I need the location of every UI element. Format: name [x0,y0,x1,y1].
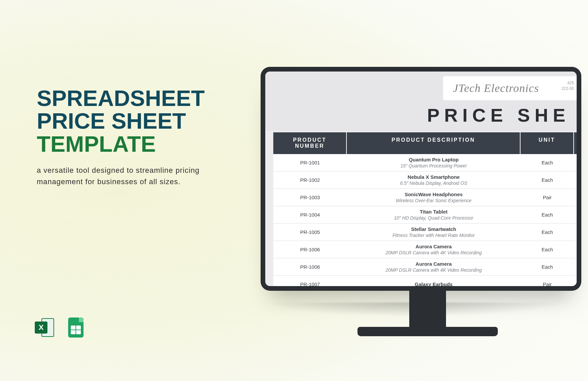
table-row: PR-1007Galaxy EarbudsPair$ [273,276,577,286]
price-table: PRODUCT NUMBER PRODUCT DESCRIPTION UNIT … [273,132,577,286]
table-row: PR-1006Aurora Camera20MP DSLR Camera wit… [273,258,577,276]
product-subtitle: 6.5" Nebula Display, Android OS [350,180,517,186]
col-product-number-l1: PRODUCT [277,137,343,143]
cell-price: $ [574,261,577,272]
cell-product-number: PR-1006 [273,261,347,272]
table-row: PR-1001Quantum Pro Laptop15" Quantum Pro… [273,154,577,171]
table-row: PR-1005Stellar SmartwatchFitness Tracker… [273,224,577,241]
col-product-number-l2: NUMBER [277,143,343,149]
cell-price: $ [574,157,577,168]
monitor-bezel: JTech Electronics 425 222-55 PRICE SHE P… [261,67,581,291]
promo-card: Spreadsheet Price Sheet Template a versa… [0,0,588,381]
table-row: PR-1002Nebula X Smartphone6.5" Nebula Di… [273,171,577,189]
product-name: SonicWave Headphones [350,192,517,197]
col-unit: UNIT [521,132,574,154]
product-subtitle: Fitness Tracker with Heart Rate Monitor [350,233,517,238]
hero-title-line-3: Template [37,133,207,155]
col-price [574,132,577,154]
cell-product-number: PR-1002 [273,174,347,185]
cell-product-number: PR-1005 [273,227,347,238]
company-card: JTech Electronics 425 222-55 [443,76,577,100]
cell-unit: Each [521,174,574,185]
table-row: PR-1004Titan Tablet10" HD Display, Quad-… [273,206,577,224]
hero-title-line-2: Price Sheet [37,110,207,132]
cell-price: $ [574,174,577,185]
cell-price: $ [574,209,577,220]
table-row: PR-1006Aurora Camera20MP DSLR Camera wit… [273,241,577,258]
cell-price: $ [574,244,577,255]
cell-description: SonicWave HeadphonesWireless Over-Ear So… [347,189,521,206]
cell-description: Titan Tablet10" HD Display, Quad-Core Pr… [347,206,521,223]
google-sheets-icon [65,317,87,338]
hero-title: Spreadsheet Price Sheet Template [37,87,207,155]
table-body: PR-1001Quantum Pro Laptop15" Quantum Pro… [273,154,577,286]
cell-description: Nebula X Smartphone6.5" Nebula Display, … [347,171,521,188]
cell-unit: Each [521,261,574,272]
table-row: PR-1003SonicWave HeadphonesWireless Over… [273,189,577,206]
monitor-stand-base [357,327,498,336]
cell-unit: Each [521,157,574,168]
cell-unit: Each [521,227,574,238]
monitor-stand-neck [409,288,446,328]
monitor-screen: JTech Electronics 425 222-55 PRICE SHE P… [265,72,577,286]
product-name: Nebula X Smartphone [350,174,517,180]
product-subtitle: 20MP DSLR Camera with 4K Video Recording [350,250,517,255]
monitor-mockup: JTech Electronics 425 222-55 PRICE SHE P… [261,67,588,336]
col-description: PRODUCT DESCRIPTION [347,132,521,154]
format-icons: X [35,317,87,338]
cell-unit: Each [521,244,574,255]
cell-price: $ [574,227,577,238]
cell-price: $ [574,279,577,286]
product-name: Titan Tablet [350,209,517,215]
cell-unit: Each [521,209,574,220]
product-subtitle: 20MP DSLR Camera with 4K Video Recording [350,267,517,273]
product-name: Galaxy Earbuds [350,281,517,286]
hero-subtitle: a versatile tool designed to streamline … [37,165,204,187]
excel-badge: X [35,322,47,334]
product-name: Stellar Smartwatch [350,226,517,232]
cell-product-number: PR-1001 [273,157,347,168]
cell-product-number: PR-1006 [273,244,347,255]
cell-unit: Pair [521,192,574,203]
company-contact-line-1: 425 [562,80,574,86]
sheet-title: PRICE SHE [427,104,570,126]
cell-product-number: PR-1003 [273,192,347,203]
product-subtitle: Wireless Over-Ear Sonic Experience [350,198,517,203]
cell-product-number: PR-1007 [273,279,347,286]
cell-description: Aurora Camera20MP DSLR Camera with 4K Vi… [347,241,521,258]
product-subtitle: 10" HD Display, Quad-Core Processor [350,215,517,221]
product-subtitle: 15" Quantum Processing Power [350,163,517,168]
col-product-number: PRODUCT NUMBER [273,132,347,154]
hero-copy: Spreadsheet Price Sheet Template a versa… [37,87,207,187]
cell-product-number: PR-1004 [273,209,347,220]
cell-unit: Pair [521,279,574,286]
table-header-row: PRODUCT NUMBER PRODUCT DESCRIPTION UNIT [273,132,577,154]
company-name: JTech Electronics [453,82,539,95]
cell-description: Galaxy Earbuds [347,279,521,286]
company-contact: 425 222-55 [562,80,574,92]
product-name: Aurora Camera [350,261,517,267]
product-name: Quantum Pro Laptop [350,157,517,162]
cell-price: $ [574,192,577,203]
cell-description: Stellar SmartwatchFitness Tracker with H… [347,224,521,241]
company-contact-line-2: 222-55 [562,86,574,92]
cell-description: Quantum Pro Laptop15" Quantum Processing… [347,154,521,171]
excel-icon: X [35,317,56,338]
hero-title-line-1: Spreadsheet [37,87,207,110]
cell-description: Aurora Camera20MP DSLR Camera with 4K Vi… [347,258,521,275]
product-name: Aurora Camera [350,244,517,249]
